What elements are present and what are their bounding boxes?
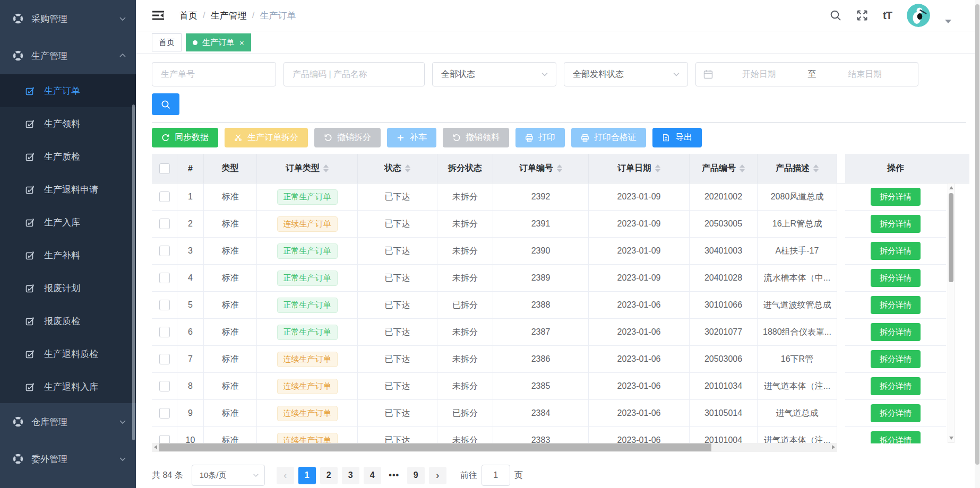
sidebar-item-1-2[interactable]: 生产质检	[0, 140, 136, 173]
sort-icon[interactable]	[740, 164, 745, 172]
row-checkbox[interactable]	[159, 246, 170, 256]
select-all-checkbox[interactable]	[159, 163, 170, 174]
sidebar-group-2[interactable]: 仓库管理	[0, 403, 136, 440]
cell-status: 已下达	[358, 265, 437, 292]
scroll-down-icon[interactable]	[949, 437, 953, 440]
caret-down-icon[interactable]	[945, 20, 951, 23]
tab-home[interactable]: 首页	[152, 33, 182, 51]
sidebar-group-3[interactable]: 委外管理	[0, 440, 136, 477]
row-checkbox[interactable]	[159, 300, 170, 310]
close-icon[interactable]: ×	[239, 39, 244, 47]
split-detail-button[interactable]: 拆分详情	[871, 215, 921, 233]
sidebar-item-1-0[interactable]: 生产订单	[0, 74, 136, 107]
sidebar-item-1-3[interactable]: 生产退料申请	[0, 173, 136, 206]
split-detail-button[interactable]: 拆分详情	[871, 323, 921, 341]
total-count-label: 共 84 条	[152, 470, 183, 481]
goto-page-input[interactable]	[482, 465, 510, 486]
action-button-7[interactable]: 导出	[652, 128, 702, 147]
page-button-9[interactable]: 9	[407, 467, 425, 484]
split-detail-button[interactable]: 拆分详情	[871, 377, 921, 395]
sidebar-item-1-6[interactable]: 报废计划	[0, 272, 136, 304]
column-header-product_desc[interactable]: 产品描述	[758, 154, 837, 183]
production-no-input[interactable]: 生产单号	[152, 62, 276, 86]
page-button-2[interactable]: 2	[320, 467, 338, 484]
next-page-button[interactable]: ›	[429, 467, 446, 484]
column-header-order_type[interactable]: 订单类型	[257, 154, 358, 183]
row-checkbox[interactable]	[159, 273, 170, 283]
horizontal-scroll-thumb[interactable]	[159, 443, 711, 451]
row-checkbox[interactable]	[159, 381, 170, 391]
date-range-picker[interactable]: 开始日期 至 结束日期	[695, 62, 918, 86]
page-scrollbar[interactable]	[975, 0, 980, 488]
split-detail-button[interactable]: 拆分详情	[871, 269, 921, 287]
row-checkbox[interactable]	[159, 408, 170, 419]
sidebar-item-1-4[interactable]: 生产入库	[0, 206, 136, 239]
page-scroll-thumb[interactable]	[975, 4, 979, 465]
supply-status-select[interactable]: 全部发料状态	[564, 62, 688, 86]
scroll-left-icon[interactable]	[154, 445, 157, 449]
prev-page-button[interactable]: ‹	[277, 467, 294, 484]
row-checkbox[interactable]	[159, 219, 170, 229]
page-button-4[interactable]: 4	[364, 467, 381, 484]
more-pages-icon[interactable]: •••	[385, 470, 403, 480]
sort-icon[interactable]	[405, 164, 410, 172]
search-icon[interactable]	[830, 10, 841, 21]
product-search-input[interactable]: 产品编码 | 产品名称	[283, 62, 425, 86]
table-horizontal-scrollbar[interactable]	[152, 443, 837, 452]
page-size-select[interactable]: 10条/页	[192, 465, 265, 486]
avatar[interactable]	[907, 4, 930, 27]
tab-production-order[interactable]: 生产订单 ×	[186, 33, 251, 51]
scroll-up-icon[interactable]	[949, 186, 953, 189]
sidebar-item-label: 生产补料	[44, 249, 80, 262]
cell-check	[152, 373, 177, 400]
vertical-scroll-thumb[interactable]	[949, 193, 953, 282]
scroll-right-icon[interactable]	[832, 445, 835, 449]
action-button-4[interactable]: 撤销领料	[443, 128, 509, 147]
hamburger-collapse-icon[interactable]	[152, 10, 165, 21]
breadcrumb-production[interactable]: 生产管理	[211, 10, 247, 22]
row-checkbox[interactable]	[159, 354, 170, 364]
action-button-5[interactable]: 打印	[515, 128, 565, 147]
page-button-1[interactable]: 1	[298, 467, 316, 484]
split-detail-button[interactable]: 拆分详情	[871, 296, 921, 314]
sidebar-item-1-5[interactable]: 生产补料	[0, 239, 136, 272]
fixed-column-gap	[837, 373, 845, 400]
action-button-3[interactable]: 补车	[387, 128, 436, 147]
sidebar-scrollbar[interactable]	[132, 104, 135, 440]
action-button-1[interactable]: 生产订单拆分	[225, 128, 308, 147]
action-button-6[interactable]: 打印合格证	[571, 128, 646, 147]
sidebar-item-1-9[interactable]: 生产退料入库	[0, 370, 136, 403]
column-label: 类型	[222, 163, 239, 174]
row-checkbox[interactable]	[159, 435, 170, 443]
sidebar-item-1-1[interactable]: 生产领料	[0, 107, 136, 140]
action-button-0[interactable]: 同步数据	[152, 128, 218, 147]
search-button[interactable]	[152, 93, 179, 115]
column-header-check[interactable]	[152, 154, 177, 183]
font-size-icon[interactable]: tT	[883, 10, 892, 22]
split-detail-button[interactable]: 拆分详情	[871, 404, 921, 422]
column-header-order_date[interactable]: 订单日期	[589, 154, 690, 183]
column-header-order_no[interactable]: 订单编号	[493, 154, 589, 183]
status-select[interactable]: 全部状态	[432, 62, 556, 86]
action-button-2[interactable]: 撤销拆分	[314, 128, 381, 147]
sort-icon[interactable]	[323, 164, 329, 172]
column-header-product_no[interactable]: 产品编号	[690, 154, 758, 183]
sidebar-group-0[interactable]: 采购管理	[0, 0, 136, 37]
sort-icon[interactable]	[813, 164, 819, 172]
split-detail-button[interactable]: 拆分详情	[871, 431, 921, 443]
sidebar-item-1-8[interactable]: 生产退料质检	[0, 337, 136, 370]
split-detail-button[interactable]: 拆分详情	[871, 242, 921, 260]
page-button-3[interactable]: 3	[342, 467, 359, 484]
row-checkbox[interactable]	[159, 191, 170, 202]
split-detail-button[interactable]: 拆分详情	[871, 188, 921, 206]
sidebar-group-1[interactable]: 生产管理	[0, 37, 136, 74]
sort-icon[interactable]	[557, 164, 562, 172]
fullscreen-icon[interactable]	[856, 10, 868, 21]
split-detail-button[interactable]: 拆分详情	[871, 350, 921, 368]
column-header-status[interactable]: 状态	[358, 154, 437, 183]
row-checkbox[interactable]	[159, 327, 170, 337]
sort-icon[interactable]	[655, 164, 660, 172]
sidebar-item-1-7[interactable]: 报废质检	[0, 304, 136, 337]
table-vertical-scrollbar[interactable]	[948, 183, 955, 443]
breadcrumb-home[interactable]: 首页	[179, 10, 197, 22]
